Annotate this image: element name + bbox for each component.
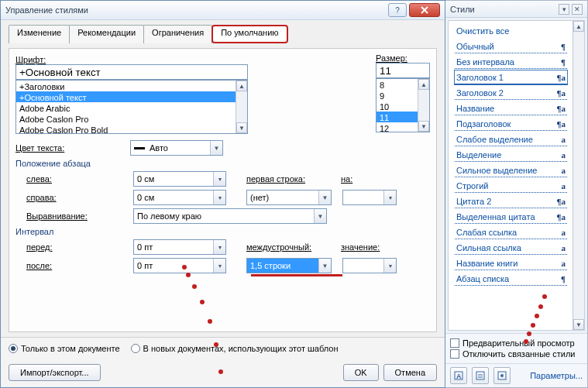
scroll-up-icon[interactable]: ▲ bbox=[418, 79, 429, 90]
style-item[interactable]: Название¶a bbox=[455, 101, 567, 115]
scroll-down-icon[interactable]: ▼ bbox=[573, 319, 584, 330]
preview-checkbox[interactable]: Предварительный просмотр bbox=[450, 338, 583, 348]
svg-rect-2 bbox=[476, 372, 484, 379]
tab-recommend[interactable]: Рекомендации bbox=[69, 25, 144, 43]
style-item[interactable]: Слабая ссылкаa bbox=[455, 225, 567, 239]
defaults-pane: Шрифт: +Заголовки +Основной текст Adobe … bbox=[9, 48, 437, 332]
style-item[interactable]: Слабое выделениеa bbox=[455, 132, 567, 146]
svg-point-4 bbox=[500, 374, 504, 377]
chevron-down-icon: ▼ bbox=[318, 191, 331, 204]
font-input[interactable] bbox=[15, 64, 248, 80]
firstline-combo[interactable]: (нет)▼ bbox=[246, 190, 332, 205]
style-item[interactable]: Выделениеa bbox=[455, 148, 567, 162]
dialog-titlebar: Управление стилями ? bbox=[1, 1, 445, 20]
interval-legend: Интервал bbox=[15, 227, 430, 236]
after-spinner[interactable]: 0 пт▾ bbox=[133, 258, 226, 273]
firstline-label: первая строка: bbox=[246, 174, 335, 184]
style-item[interactable]: Выделенная цитата¶a bbox=[455, 210, 567, 224]
style-item[interactable]: Заголовок 2¶a bbox=[455, 86, 567, 100]
before-label: перед: bbox=[26, 242, 127, 252]
size-label: Размер: bbox=[376, 53, 407, 63]
list-item[interactable]: +Заголовки bbox=[16, 81, 247, 91]
scroll-down-icon[interactable]: ▼ bbox=[418, 121, 429, 132]
style-item[interactable]: Название книгиa bbox=[455, 256, 567, 270]
style-item[interactable]: Заголовок 1¶a bbox=[455, 70, 567, 84]
textcolor-label: Цвет текста: bbox=[15, 143, 124, 153]
close-button[interactable] bbox=[409, 3, 440, 17]
linespacing-combo[interactable]: 1,5 строки▼ bbox=[246, 258, 332, 273]
style-item[interactable]: Абзац списка¶ bbox=[455, 272, 567, 286]
chevron-down-icon[interactable]: ▼ bbox=[210, 141, 222, 155]
panel-close-icon[interactable]: ✕ bbox=[572, 4, 583, 15]
panel-dropdown-icon[interactable]: ▾ bbox=[559, 4, 569, 15]
annotation-underline bbox=[251, 274, 342, 276]
line-label: междустрочный: bbox=[246, 242, 335, 252]
styles-panel: Стили ▾ ✕ Очистить всеОбычный¶Без интерв… bbox=[445, 0, 588, 388]
left-label: слева: bbox=[26, 174, 127, 184]
scope-template-radio[interactable]: В новых документах, использующих этот ша… bbox=[131, 344, 339, 353]
dialog-title: Управление стилями bbox=[5, 5, 386, 15]
list-item[interactable]: +Основной текст bbox=[16, 91, 247, 102]
at-label: значение: bbox=[341, 242, 395, 252]
style-inspector-icon[interactable] bbox=[472, 367, 489, 384]
scrollbar[interactable]: ▲ ▼ bbox=[418, 79, 429, 132]
scroll-up-icon[interactable]: ▲ bbox=[236, 81, 247, 91]
disable-linked-checkbox[interactable]: Отключить связанные стили bbox=[450, 349, 583, 359]
left-spinner[interactable]: 0 см▾ bbox=[133, 171, 226, 187]
by-spinner[interactable]: ▾ bbox=[342, 190, 397, 205]
list-item[interactable]: Adobe Caslon Pro bbox=[16, 113, 247, 124]
ok-button[interactable]: OK bbox=[343, 364, 379, 381]
scope-this-radio[interactable]: Только в этом документе bbox=[9, 344, 120, 353]
chevron-down-icon: ▼ bbox=[314, 209, 326, 223]
scroll-down-icon[interactable]: ▼ bbox=[236, 122, 247, 133]
scrollbar[interactable]: ▲ ▼ bbox=[573, 21, 584, 330]
dialog-tabs: Изменение Рекомендации Ограничения По ум… bbox=[9, 25, 437, 43]
align-combo[interactable]: По левому краю▼ bbox=[133, 208, 327, 224]
panel-footer: A Параметры... bbox=[445, 363, 587, 387]
font-listbox[interactable]: +Заголовки +Основной текст Adobe Arabic … bbox=[15, 80, 248, 134]
size-listbox[interactable]: 8 9 10 11 12 ▲ ▼ bbox=[376, 78, 430, 132]
font-label: Шрифт: bbox=[15, 55, 46, 64]
style-item[interactable]: Подзаголовок¶a bbox=[455, 117, 567, 131]
parapos-legend: Положение абзаца bbox=[15, 159, 430, 168]
cancel-button[interactable]: Отмена bbox=[383, 364, 437, 381]
style-item[interactable]: Обычный¶ bbox=[455, 39, 567, 53]
before-spinner[interactable]: 0 пт▾ bbox=[133, 239, 226, 255]
chevron-down-icon: ▼ bbox=[318, 259, 331, 273]
panel-header: Стили ▾ ✕ bbox=[445, 1, 587, 18]
after-label: после: bbox=[26, 261, 127, 270]
list-item[interactable]: Adobe Caslon Pro Bold bbox=[16, 124, 247, 134]
tab-defaults[interactable]: По умолчанию bbox=[211, 25, 287, 43]
panel-title: Стили bbox=[450, 5, 556, 14]
scroll-up-icon[interactable]: ▲ bbox=[573, 21, 584, 32]
options-link[interactable]: Параметры... bbox=[530, 371, 583, 380]
new-style-icon[interactable]: A bbox=[450, 367, 467, 384]
manage-styles-dialog: Управление стилями ? Изменение Рекоменда… bbox=[0, 0, 445, 388]
styles-list[interactable]: Очистить всеОбычный¶Без интервала¶Заголо… bbox=[448, 20, 585, 331]
style-item[interactable]: Сильное выделениеa bbox=[455, 163, 567, 177]
scrollbar[interactable]: ▲ ▼ bbox=[236, 81, 247, 133]
by-label: на: bbox=[341, 174, 380, 184]
dialog-footer: Только в этом документе В новых документ… bbox=[1, 337, 445, 359]
style-item[interactable]: Без интервала¶ bbox=[455, 55, 567, 69]
style-item[interactable]: Очистить все bbox=[455, 24, 567, 38]
at-spinner[interactable]: ▾ bbox=[342, 258, 397, 273]
tab-restrict[interactable]: Ограничения bbox=[143, 25, 212, 43]
style-item[interactable]: Строгийa bbox=[455, 179, 567, 193]
style-item[interactable]: Цитата 2¶a bbox=[455, 194, 567, 208]
size-input[interactable] bbox=[376, 63, 430, 78]
textcolor-combo[interactable]: Авто ▼ bbox=[130, 140, 223, 156]
help-button[interactable]: ? bbox=[388, 3, 407, 17]
right-label: справа: bbox=[26, 193, 127, 202]
tab-edit[interactable]: Изменение bbox=[9, 25, 70, 43]
right-spinner[interactable]: 0 см▾ bbox=[133, 190, 226, 205]
import-export-button[interactable]: Импорт/экспорт... bbox=[9, 364, 101, 381]
list-item[interactable]: Adobe Arabic bbox=[16, 102, 247, 113]
svg-text:A: A bbox=[456, 373, 462, 380]
style-item[interactable]: Сильная ссылкаa bbox=[455, 241, 567, 255]
manage-styles-icon[interactable] bbox=[493, 367, 511, 384]
align-label: Выравнивание: bbox=[26, 211, 127, 221]
